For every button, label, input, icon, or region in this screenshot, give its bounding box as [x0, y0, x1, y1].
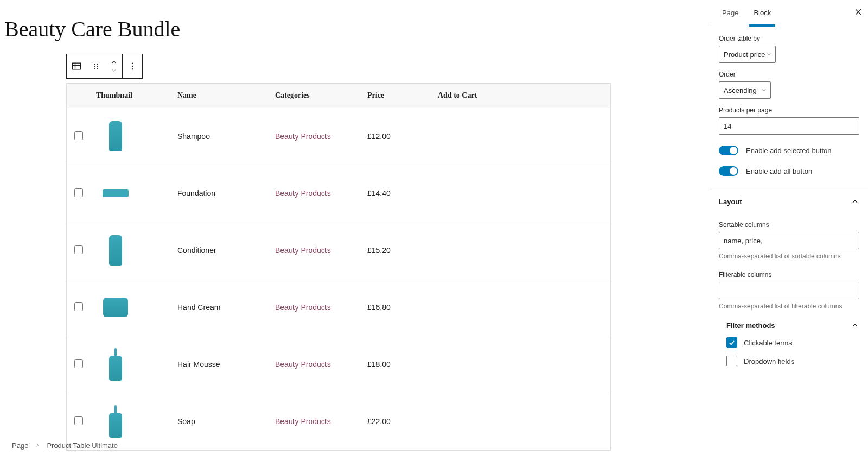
chevron-down-icon: [765, 51, 772, 58]
header-price[interactable]: Price: [362, 84, 432, 108]
svg-point-9: [132, 63, 133, 64]
table-row: Hand CreamBeauty Products£16.80: [67, 279, 610, 336]
page-title[interactable]: Beauty Care Bundle: [0, 16, 676, 42]
svg-point-11: [132, 68, 133, 69]
clickable-terms-checkbox[interactable]: [726, 337, 737, 348]
header-categories[interactable]: Categories: [270, 84, 362, 108]
product-name-cell: Hair Mousse: [172, 336, 270, 393]
row-select-checkbox[interactable]: [74, 188, 83, 197]
per-page-input[interactable]: [719, 117, 859, 135]
move-down-button[interactable]: [110, 66, 118, 74]
filterable-columns-label: Filterable columns: [719, 271, 859, 279]
category-link[interactable]: Beauty Products: [275, 303, 331, 312]
filterable-columns-input[interactable]: [719, 282, 859, 299]
product-table: Thumbnail Name Categories Price Add to C…: [66, 83, 611, 451]
product-thumbnail[interactable]: [96, 231, 135, 270]
product-thumbnail[interactable]: [96, 117, 135, 156]
sortable-columns-help: Comma-separated list of sortable columns: [719, 252, 859, 260]
svg-point-10: [132, 66, 133, 67]
sortable-columns-input[interactable]: [719, 232, 859, 249]
category-link[interactable]: Beauty Products: [275, 417, 331, 426]
table-row: ShampooBeauty Products£12.00: [67, 108, 610, 165]
chevron-up-icon: [851, 321, 859, 330]
svg-rect-0: [73, 63, 81, 69]
table-row: SoapBeauty Products£22.00: [67, 393, 610, 450]
product-name-cell: Foundation: [172, 165, 270, 222]
header-add-to-cart: Add to Cart: [432, 84, 610, 108]
move-up-button[interactable]: [110, 59, 118, 66]
product-thumbnail[interactable]: [96, 288, 135, 327]
clickable-terms-label: Clickable terms: [744, 339, 792, 347]
svg-point-3: [94, 64, 95, 65]
product-price-cell: £14.40: [362, 165, 432, 222]
drag-handle[interactable]: [86, 54, 106, 78]
enable-add-selected-toggle[interactable]: [719, 146, 738, 155]
table-row: FoundationBeauty Products£14.40: [67, 165, 610, 222]
svg-point-5: [94, 66, 95, 67]
row-select-checkbox[interactable]: [74, 131, 83, 140]
table-row: Hair MousseBeauty Products£18.00: [67, 336, 610, 393]
product-thumbnail[interactable]: [96, 402, 135, 441]
table-row: ConditionerBeauty Products£15.20: [67, 222, 610, 279]
product-name-cell: Soap: [172, 393, 270, 450]
header-name[interactable]: Name: [172, 84, 270, 108]
row-select-checkbox[interactable]: [74, 245, 83, 254]
dropdown-fields-checkbox[interactable]: [726, 356, 737, 366]
product-price-cell: £12.00: [362, 108, 432, 165]
per-page-label: Products per page: [719, 106, 859, 114]
sortable-columns-label: Sortable columns: [719, 221, 859, 229]
row-select-checkbox[interactable]: [74, 302, 83, 311]
svg-point-8: [97, 68, 98, 69]
product-price-cell: £15.20: [362, 222, 432, 279]
product-price-cell: £16.80: [362, 279, 432, 336]
tab-block[interactable]: Block: [746, 0, 778, 26]
category-link[interactable]: Beauty Products: [275, 189, 331, 198]
block-type-button[interactable]: [67, 54, 86, 78]
breadcrumb: Page Product Table Ultimate: [12, 441, 118, 450]
category-link[interactable]: Beauty Products: [275, 132, 331, 141]
enable-add-all-toggle[interactable]: [719, 166, 738, 176]
row-select-checkbox[interactable]: [74, 359, 83, 368]
chevron-right-icon: [35, 441, 40, 450]
order-select[interactable]: Ascending: [719, 81, 771, 99]
product-name-cell: Shampoo: [172, 108, 270, 165]
close-sidebar-button[interactable]: [854, 8, 863, 18]
svg-point-7: [94, 68, 95, 69]
enable-add-selected-label: Enable add selected button: [746, 147, 832, 155]
breadcrumb-current[interactable]: Product Table Ultimate: [47, 441, 118, 450]
chevron-down-icon: [761, 87, 767, 93]
header-thumbnail[interactable]: Thumbnail: [91, 84, 172, 108]
product-thumbnail[interactable]: [96, 174, 135, 213]
product-thumbnail[interactable]: [96, 345, 135, 384]
table-header-row: Thumbnail Name Categories Price Add to C…: [67, 84, 610, 108]
product-name-cell: Conditioner: [172, 222, 270, 279]
category-link[interactable]: Beauty Products: [275, 360, 331, 369]
row-select-checkbox[interactable]: [74, 416, 83, 425]
product-price-cell: £18.00: [362, 336, 432, 393]
order-by-label: Order table by: [719, 35, 859, 42]
breadcrumb-root[interactable]: Page: [12, 441, 28, 450]
svg-point-4: [97, 64, 98, 65]
filterable-columns-help: Comma-separated list of filterable colum…: [719, 302, 859, 310]
settings-sidebar: Page Block Order table by Product price …: [710, 0, 868, 455]
chevron-up-icon: [851, 197, 859, 206]
dropdown-fields-label: Dropdown fields: [744, 357, 794, 365]
order-label: Order: [719, 71, 859, 78]
tab-page[interactable]: Page: [714, 0, 746, 26]
product-name-cell: Hand Cream: [172, 279, 270, 336]
svg-point-6: [97, 66, 98, 67]
block-toolbar: [66, 54, 143, 79]
layout-panel-header[interactable]: Layout: [719, 189, 859, 213]
order-by-select[interactable]: Product price: [719, 46, 776, 63]
filter-methods-header[interactable]: Filter methods: [719, 321, 859, 330]
enable-add-all-label: Enable add all button: [746, 167, 812, 175]
category-link[interactable]: Beauty Products: [275, 246, 331, 255]
more-options-button[interactable]: [123, 54, 142, 78]
product-price-cell: £22.00: [362, 393, 432, 450]
